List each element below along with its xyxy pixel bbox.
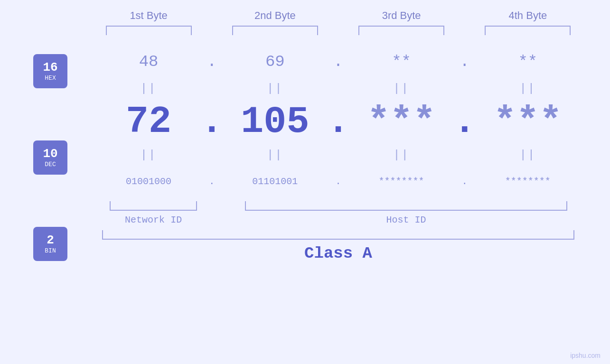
network-bracket	[110, 201, 197, 211]
top-bracket-2	[232, 26, 318, 35]
sep-row-2: || || || ||	[95, 145, 582, 164]
bin-dot2: .	[329, 176, 348, 187]
byte1-header: 1st Byte	[95, 9, 202, 22]
hex-byte4: **	[474, 53, 582, 71]
hex-badge: 16 HEX	[33, 54, 67, 88]
host-id-label: Host ID	[231, 215, 582, 225]
hex-dot3: .	[455, 53, 474, 71]
bracket-cell-1	[95, 26, 202, 35]
network-bracket-cell	[95, 201, 212, 211]
top-brackets-row	[28, 26, 582, 35]
main-container: 1st Byte 2nd Byte 3rd Byte 4th Byte 16	[0, 0, 610, 364]
network-host-brackets	[95, 201, 582, 211]
hex-row: 48 . 69 . ** . **	[95, 45, 582, 79]
byte-headers-row: 1st Byte 2nd Byte 3rd Byte 4th Byte	[28, 9, 582, 22]
id-labels-row: Network ID Host ID	[95, 215, 582, 225]
dec-byte3: ***	[348, 100, 455, 143]
class-bracket	[102, 230, 574, 240]
sep-row-1: || || || ||	[95, 79, 582, 98]
dec-dot2: .	[329, 100, 348, 143]
top-bracket-4	[485, 26, 571, 35]
top-bracket-1	[106, 26, 192, 35]
bin-badge: 2 BIN	[33, 227, 67, 261]
badges-column: 16 HEX 10 DEC 2 BIN	[28, 45, 95, 261]
hex-dot2: .	[329, 53, 348, 71]
bin-byte1: 01001000	[95, 176, 202, 187]
bracket-cell-4	[474, 26, 582, 35]
network-id-label: Network ID	[95, 215, 212, 225]
byte3-header: 3rd Byte	[348, 9, 455, 22]
dec-badge-label: DEC	[45, 161, 56, 168]
bracket-cell-3	[348, 26, 455, 35]
hex-byte1: 48	[95, 53, 202, 71]
bin-dot3: .	[455, 176, 474, 187]
dec-byte1: 72	[95, 100, 202, 143]
dec-dot1: .	[202, 100, 221, 143]
bin-byte4: ********	[474, 176, 582, 187]
byte4-header: 4th Byte	[474, 9, 582, 22]
dec-byte4: ***	[474, 100, 582, 143]
class-label-row: Class A	[95, 244, 582, 262]
dec-badge-number: 10	[43, 147, 57, 161]
bin-byte3: ********	[348, 176, 455, 187]
host-bracket-cell	[231, 201, 582, 211]
bin-row: 01001000 . 01101001 . ******** .	[95, 164, 582, 198]
host-bracket	[245, 201, 568, 211]
class-label: Class A	[304, 244, 372, 262]
byte2-header: 2nd Byte	[221, 9, 328, 22]
class-bracket-row	[95, 230, 582, 240]
hex-badge-number: 16	[43, 61, 57, 75]
bin-badge-label: BIN	[45, 247, 56, 254]
data-rows: 48 . 69 . ** . **	[95, 45, 582, 262]
hex-byte3: **	[348, 53, 455, 71]
watermark: ipshu.com	[570, 352, 601, 359]
bracket-cell-2	[221, 26, 328, 35]
dec-dot3: .	[455, 100, 474, 143]
dec-badge: 10 DEC	[33, 140, 67, 175]
dec-byte2: 105	[221, 100, 328, 143]
top-bracket-3	[358, 26, 444, 35]
bin-byte2: 01101001	[221, 176, 328, 187]
bin-dot1: .	[202, 176, 221, 187]
hex-badge-label: HEX	[45, 75, 56, 82]
main-data-section: 16 HEX 10 DEC 2 BIN 48 .	[28, 45, 582, 359]
hex-dot1: .	[202, 53, 221, 71]
hex-byte2: 69	[221, 53, 328, 71]
bin-badge-number: 2	[47, 233, 54, 247]
dec-row: 72 . 105 . *** . ***	[95, 98, 582, 145]
